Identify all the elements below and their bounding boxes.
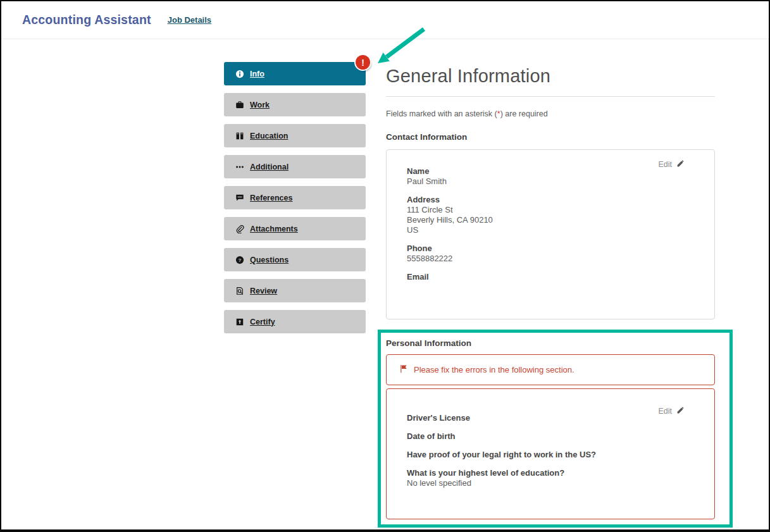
sidebar-tab-label: References (250, 194, 292, 202)
sidebar-tab-label: Questions (250, 256, 289, 264)
svg-text:?: ? (239, 257, 242, 263)
field-value: Beverly Hills, CA 90210 (407, 215, 689, 225)
sidebar-tab-work[interactable]: Work (224, 93, 366, 116)
sidebar-tab-label: Education (250, 132, 288, 140)
field-value: No level specified (407, 478, 689, 488)
edit-personal-button[interactable]: Edit (658, 406, 685, 416)
pencil-icon (676, 159, 685, 170)
sidebar-tab-label: Attachments (250, 225, 298, 233)
sidebar-tab-label: Certify (250, 318, 275, 326)
field-label: Driver's License (407, 413, 689, 423)
question-icon: ? (235, 256, 244, 264)
pencil-icon (676, 406, 685, 416)
flag-icon (399, 364, 408, 375)
contact-fields: Name Paul Smith Address 111 Circle StBev… (407, 166, 689, 282)
header: Accounting Assistant Job Details (1, 1, 769, 39)
sidebar-tab-label: Info (250, 70, 264, 78)
field-label: Date of birth (407, 431, 689, 442)
book-icon (235, 132, 244, 140)
field-value: 5558882222 (407, 254, 689, 264)
personal-information-title: Personal Information (386, 338, 715, 348)
field-label: Address (407, 195, 689, 205)
info-icon (235, 70, 244, 78)
briefcase-icon (235, 101, 244, 109)
error-message: Please fix the errors in the following s… (414, 365, 574, 374)
sidebar-tab-info[interactable]: Info! (224, 62, 366, 85)
sidebar-tab-questions[interactable]: ?Questions (224, 248, 366, 271)
field-group: Email (407, 272, 689, 282)
required-fields-note: Fields marked with an asterisk (*) are r… (386, 109, 715, 118)
paperclip-icon (235, 225, 244, 233)
field-value: Paul Smith (407, 176, 689, 187)
sidebar-tab-attachments[interactable]: Attachments (224, 217, 366, 240)
sidebar-tab-label: Review (250, 287, 277, 295)
sidebar-tab-label: Work (250, 101, 270, 109)
sidebar-tab-references[interactable]: References (224, 186, 366, 209)
personal-information-card: Edit Driver's License Date of birth Have… (386, 388, 715, 519)
sidebar-tab-certify[interactable]: Certify (224, 310, 366, 333)
page-title: Accounting Assistant (22, 13, 151, 27)
contact-information-card: Edit Name Paul Smith Address 111 Circle … (386, 149, 715, 319)
certificate-icon (235, 318, 244, 326)
main-content: General Information Fields marked with a… (386, 62, 715, 519)
application-window: Accounting Assistant Job Details Info!Wo… (0, 0, 770, 532)
doc-search-icon (235, 287, 244, 295)
error-banner: Please fix the errors in the following s… (386, 354, 715, 385)
field-label: What is your highest level of education? (407, 468, 689, 478)
heading-divider (386, 96, 715, 97)
field-group: Name Paul Smith (407, 166, 689, 187)
field-group: Date of birth (407, 431, 689, 442)
sidebar-tab-education[interactable]: Education (224, 124, 366, 147)
speech-icon (235, 194, 244, 202)
general-information-heading: General Information (386, 66, 715, 87)
field-value: US (407, 225, 689, 235)
field-label: Email (407, 272, 689, 282)
personal-fields: Driver's License Date of birth Have proo… (407, 413, 689, 488)
field-value: 111 Circle St (407, 205, 689, 215)
contact-information-title: Contact Information (386, 132, 715, 142)
error-badge: ! (356, 55, 370, 70)
field-group: Driver's License (407, 413, 689, 423)
ellipsis-icon (235, 163, 244, 171)
sidebar-tab-label: Additional (250, 163, 289, 171)
field-label: Phone (407, 244, 689, 254)
section-nav-sidebar: Info!WorkEducationAdditionalReferencesAt… (224, 62, 366, 341)
field-label: Name (407, 166, 689, 176)
field-group: Have proof of your legal right to work i… (407, 450, 689, 460)
job-details-link[interactable]: Job Details (168, 15, 211, 25)
field-group: Phone 5558882222 (407, 244, 689, 264)
sidebar-tab-review[interactable]: Review (224, 279, 366, 302)
field-label: Have proof of your legal right to work i… (407, 450, 689, 460)
field-group: Address 111 Circle StBeverly Hills, CA 9… (407, 195, 689, 235)
sidebar-tab-additional[interactable]: Additional (224, 155, 366, 178)
edit-contact-button[interactable]: Edit (658, 159, 685, 170)
field-group: What is your highest level of education?… (407, 468, 689, 488)
